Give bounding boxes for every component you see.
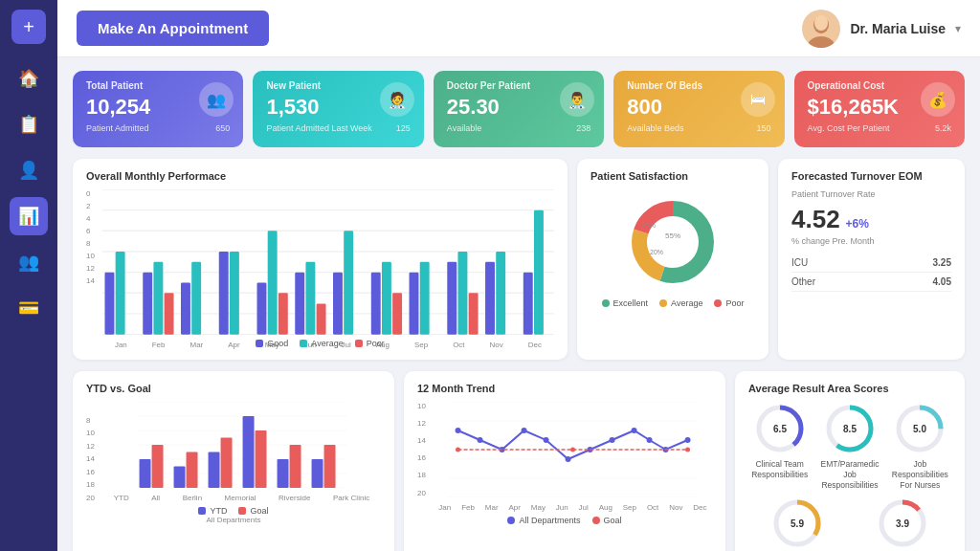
score-ring-svg: 6.5 [753,402,807,455]
stat-icon: 🧑‍⚕️ [380,82,414,117]
turnover-other-row: Other 4.05 [791,273,951,292]
svg-rect-24 [295,273,304,335]
score-ring-svg: 5.0 [893,402,947,455]
score-label-nurses: Job ResponsibilitiesFor Nurses [889,459,951,491]
legend-poor: Poor [714,298,744,308]
charts-row2: YTD vs. Goal 2018161412108 [73,371,965,551]
user-name: Dr. Maria Luise [850,21,946,36]
legend-poor: Poor [355,339,385,348]
legend-good: Good [256,339,288,348]
stat-sub: Available238 [447,123,590,133]
turnover-rate: 4.52 [791,205,840,234]
svg-point-80 [609,437,614,443]
chart-title: Patient Satisfaction [590,170,755,182]
svg-point-81 [631,428,636,433]
sidebar-item-billing[interactable]: 💳 [10,289,48,327]
svg-point-3 [814,15,828,31]
area-scores-card: Average Result Area Scores 6.5 Clinical … [735,371,965,551]
plus-icon: + [23,16,34,38]
svg-rect-34 [447,262,457,335]
svg-rect-13 [116,252,125,335]
stats-row: Total Patient 10,254 👥 Patient Admitted6… [73,71,965,147]
legend-goal: Goal [238,506,268,516]
svg-rect-12 [104,273,114,335]
stat-sub: Patient Admitted Last Week125 [266,123,410,133]
svg-rect-37 [485,262,495,335]
svg-rect-63 [277,459,288,488]
sidebar-item-home[interactable]: 🏠 [10,59,48,98]
ytd-x-labels: YTDAllBerlinMemorialRiversidePark Clinic [102,494,381,502]
ytd-title: YTD vs. Goal [86,383,381,394]
svg-text:55%: 55% [665,231,680,240]
stat-sub: Avg. Cost Per Patient5.2k [808,123,951,133]
area-scores-title: Average Result Area Scores [748,383,951,394]
score-label-clinical: Clinical TeamResponsibilities [751,459,808,480]
svg-text:25%: 25% [642,222,656,229]
svg-rect-58 [186,452,197,488]
donut-svg: 55% 20% 25% [620,189,725,295]
svg-rect-36 [469,293,479,334]
svg-point-88 [685,447,690,452]
svg-rect-57 [173,466,185,488]
sidebar-item-staff[interactable]: 👥 [10,243,48,281]
svg-rect-35 [457,252,467,335]
svg-text:5.9: 5.9 [791,518,804,529]
monthly-performance-chart: Overall Monthly Performace 14121086420 [73,159,568,360]
avatar [802,10,840,48]
chart-title: Overall Monthly Performace [86,170,554,182]
ytd-sub-label: All Departments [86,516,381,524]
score-medical-office: 5.9 Medical Office ReceptionistJob Respo… [748,496,846,551]
svg-rect-16 [165,293,174,334]
turnover-pct-label: % change Pre. Month [791,236,951,246]
stat-icon: 💰 [921,82,955,117]
score-privacy: 3.9 PatientPrivacy [854,496,951,551]
patient-satisfaction-chart: Patient Satisfaction 55% 20% [577,159,768,360]
svg-rect-30 [382,262,391,335]
ytd-legend: YTD Goal [86,506,381,516]
svg-point-77 [543,437,548,443]
user-menu[interactable]: Dr. Maria Luise ▾ [802,10,961,48]
ytd-y-axis: 2018161412108 [86,416,99,502]
header: Make An Appointment Dr. Maria Luise ▾ [57,0,980,57]
ytd-bar-svg [102,402,381,488]
score-ring-medical: 5.9 [770,496,824,550]
legend-ytd: YTD [198,506,227,516]
svg-rect-65 [311,459,323,488]
turnover-subtitle: Patient Turnover Rate [791,189,951,199]
donut-legend: Excellent Average Poor [602,298,745,308]
score-ring-svg: 8.5 [823,402,877,455]
svg-rect-21 [256,283,266,335]
score-ring-svg: 5.9 [770,496,824,550]
trend-y-axis: 201816141210 [417,402,430,497]
stat-total-patient: Total Patient 10,254 👥 Patient Admitted6… [73,71,243,147]
svg-rect-29 [371,273,381,335]
legend-excellent: Excellent [602,298,649,308]
chevron-down-icon: ▾ [955,22,961,35]
svg-rect-25 [305,262,315,335]
svg-point-73 [455,428,460,433]
svg-rect-18 [191,262,201,335]
svg-rect-39 [523,273,533,335]
sidebar-item-patients[interactable]: 👤 [10,151,48,189]
stat-icon: 🛏 [741,82,775,117]
svg-rect-32 [409,273,418,335]
score-label-emt: EMT/Paramedic JobResponsibilities [818,459,880,491]
svg-rect-61 [242,416,254,488]
turnover-title: Forecasted Turnover EOM [791,170,951,182]
svg-text:6.5: 6.5 [773,424,787,434]
trend-title: 12 Month Trend [417,383,712,394]
score-ring-clinical: 6.5 [753,402,807,455]
add-button[interactable]: + [11,10,46,44]
svg-rect-56 [151,445,163,488]
svg-rect-33 [420,262,430,335]
sidebar-item-documents[interactable]: 📋 [10,105,48,143]
score-ring-svg: 3.9 [876,496,929,550]
stat-operational-cost: Operational Cost $16,265K 💰 Avg. Cost Pe… [794,71,965,147]
legend-all-dept: All Departments [507,516,580,525]
svg-rect-64 [289,445,301,488]
svg-point-86 [456,447,460,452]
sidebar-item-analytics[interactable]: 📊 [10,197,48,235]
svg-text:3.9: 3.9 [896,518,909,529]
main-area: Make An Appointment Dr. Maria Luise ▾ To… [57,0,980,551]
make-appointment-button[interactable]: Make An Appointment [77,11,269,46]
